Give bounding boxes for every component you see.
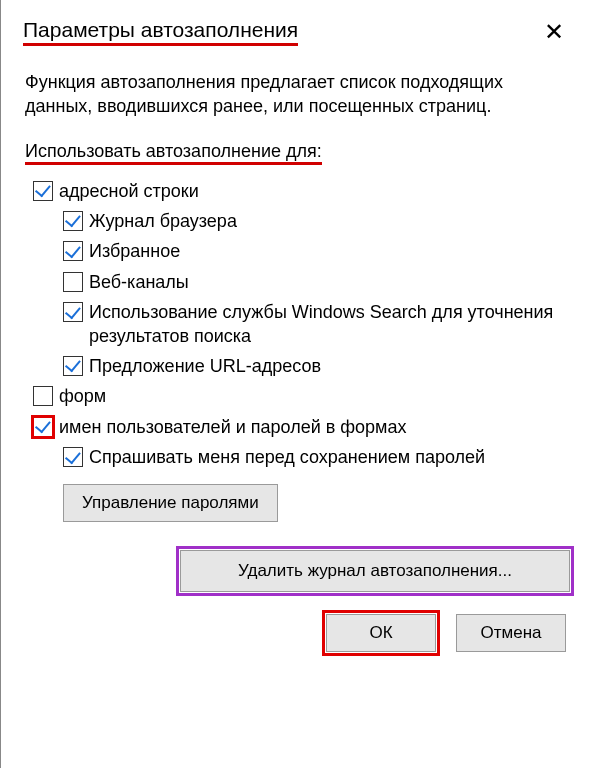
label-windows-search: Использование службы Windows Search для … <box>89 300 570 348</box>
option-feeds: Веб-каналы <box>63 270 570 294</box>
checkbox-url-suggest[interactable] <box>63 356 83 376</box>
section-label: Использовать автозаполнение для: <box>25 141 322 165</box>
label-browser-history: Журнал браузера <box>89 209 570 233</box>
label-ask-before-save-password: Спрашивать меня перед сохранением пароле… <box>89 445 570 469</box>
label-address-bar: адресной строки <box>59 179 570 203</box>
label-usernames-passwords: имен пользователей и паролей в формах <box>59 415 570 439</box>
option-forms: форм <box>33 384 570 408</box>
option-windows-search: Использование службы Windows Search для … <box>63 300 570 348</box>
option-favorites: Избранное <box>63 239 570 263</box>
autocomplete-settings-dialog: Параметры автозаполнения ✕ Функция автоз… <box>0 0 594 768</box>
checkbox-windows-search[interactable] <box>63 302 83 322</box>
titlebar: Параметры автозаполнения ✕ <box>1 0 594 52</box>
close-icon[interactable]: ✕ <box>536 18 572 46</box>
checkbox-favorites[interactable] <box>63 241 83 261</box>
option-ask-before-save-password: Спрашивать меня перед сохранением пароле… <box>63 445 570 469</box>
cancel-button[interactable]: Отмена <box>456 614 566 652</box>
label-forms: форм <box>59 384 570 408</box>
dialog-footer: ОК Отмена <box>25 614 570 652</box>
checkbox-feeds[interactable] <box>63 272 83 292</box>
checkbox-forms[interactable] <box>33 386 53 406</box>
dialog-title: Параметры автозаполнения <box>23 18 298 46</box>
delete-history-wrap: Удалить журнал автозаполнения... <box>25 550 570 592</box>
description-text: Функция автозаполнения предлагает список… <box>25 70 570 119</box>
checkbox-usernames-passwords[interactable] <box>33 417 53 437</box>
manage-passwords-button[interactable]: Управление паролями <box>63 484 278 522</box>
label-feeds: Веб-каналы <box>89 270 570 294</box>
options-group: адресной строки Журнал браузера Избранно… <box>33 179 570 522</box>
option-url-suggest: Предложение URL-адресов <box>63 354 570 378</box>
option-address-bar: адресной строки <box>33 179 570 203</box>
ok-button[interactable]: ОК <box>326 614 436 652</box>
delete-autocomplete-history-button[interactable]: Удалить журнал автозаполнения... <box>180 550 570 592</box>
label-url-suggest: Предложение URL-адресов <box>89 354 570 378</box>
option-browser-history: Журнал браузера <box>63 209 570 233</box>
checkbox-ask-before-save-password[interactable] <box>63 447 83 467</box>
label-favorites: Избранное <box>89 239 570 263</box>
checkbox-address-bar[interactable] <box>33 181 53 201</box>
dialog-content: Функция автозаполнения предлагает список… <box>1 52 594 652</box>
manage-passwords-wrap: Управление паролями <box>63 484 570 522</box>
option-usernames-passwords: имен пользователей и паролей в формах <box>33 415 570 439</box>
checkbox-browser-history[interactable] <box>63 211 83 231</box>
